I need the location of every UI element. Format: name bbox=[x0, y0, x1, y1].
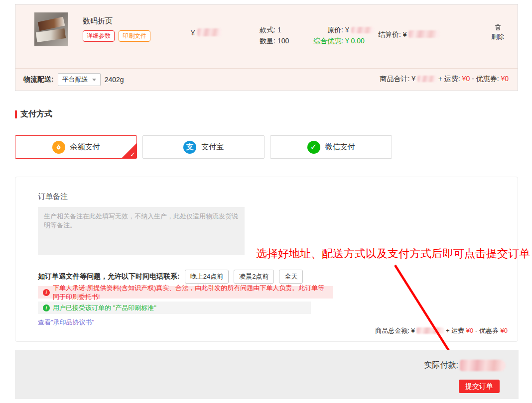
tutorial-annotation: 选择好地址、配送方式以及支付方式后即可点击提交订单 bbox=[256, 246, 530, 261]
order-checkout-page: 数码折页 详细参数 印刷文件 ¥ 款式: 1 数量: 100 原价: ¥ 综合优… bbox=[0, 0, 532, 403]
total-coupon-label: - 优惠券 bbox=[475, 327, 499, 334]
currency-symbol: ¥ bbox=[345, 26, 349, 34]
subtotal-label: 商品合计: bbox=[380, 75, 409, 83]
currency-symbol: ¥ bbox=[411, 75, 415, 83]
checkout-bar: 实际付款: 提交订单 bbox=[15, 350, 519, 399]
redacted-price bbox=[408, 30, 439, 38]
package-weight: 2402g bbox=[105, 76, 124, 84]
settlement-label: 结算价: bbox=[378, 30, 401, 38]
product-title[interactable]: 数码折页 bbox=[83, 16, 113, 26]
payment-option-label: 微信支付 bbox=[325, 142, 355, 152]
delivery-method-value: 平台配送 bbox=[62, 75, 88, 84]
redacted-price bbox=[351, 27, 374, 33]
coupon-label: - 优惠券: bbox=[472, 75, 499, 83]
contact-time-before-24[interactable]: 晚上24点前 bbox=[185, 270, 229, 284]
shipping-value: ¥0 bbox=[462, 75, 470, 83]
accept-notice-text: 用户已接受该订单的 "产品印刷标准" bbox=[53, 303, 156, 312]
delivery-method-select[interactable]: 平台配送 bbox=[58, 73, 101, 86]
section-accent-bar bbox=[15, 110, 17, 118]
payment-option-label: 余额支付 bbox=[70, 142, 100, 152]
info-icon: i bbox=[43, 304, 50, 311]
product-tags: 详细参数 印刷文件 bbox=[83, 30, 150, 42]
settlement-price: 结算价: ¥ bbox=[378, 30, 439, 39]
actual-payment-row: 实际付款: bbox=[424, 360, 506, 371]
payment-section-header: 支付方式 bbox=[15, 109, 52, 119]
style-value: 1 bbox=[277, 26, 281, 34]
total-shipping-value: ¥0 bbox=[466, 327, 473, 334]
logistics-row: 物流配送: 平台配送 2402g 商品合计: ¥ + 运费: ¥0 - 优惠券:… bbox=[15, 68, 518, 91]
total-coupon-value: ¥0 bbox=[501, 327, 508, 334]
trash-icon bbox=[494, 23, 502, 31]
info-icon: i bbox=[43, 289, 50, 296]
contact-time-all-day[interactable]: 全天 bbox=[279, 270, 303, 284]
order-total-row: 商品总金额: ¥ + 运费 ¥0 - 优惠券 ¥0 bbox=[375, 326, 508, 335]
delivery-label: 物流配送: bbox=[23, 75, 54, 84]
discount-label: 综合优惠: bbox=[297, 35, 343, 46]
style-row: 款式: 1 bbox=[241, 24, 289, 35]
qty-label: 数量: bbox=[241, 35, 275, 46]
promise-notice: i 下单人承诺:所提供资料(含知识产权)真实、合法，由此引发的所有问题由下单人负… bbox=[38, 286, 333, 299]
wechat-pay-icon: ✓ bbox=[307, 141, 320, 154]
delivery-group: 物流配送: 平台配送 2402g bbox=[23, 73, 124, 86]
detail-params-button[interactable]: 详细参数 bbox=[83, 30, 115, 42]
product-thumbnail[interactable] bbox=[34, 12, 68, 46]
promise-notice-text: 下单人承诺:所提供资料(含知识产权)真实、合法，由此引发的所有问题由下单人负责。… bbox=[53, 284, 328, 302]
price-column: 原价: ¥ 综合优惠: ¥ 0.00 bbox=[297, 24, 374, 46]
contact-time-row: 如订单遇文件等问题，允许以下时间电话联系: 晚上24点前 凌晨2点前 全天 bbox=[38, 270, 303, 284]
payment-option-balance[interactable]: ¥ 余额支付 ✓ bbox=[15, 135, 137, 159]
original-price-label: 原价: bbox=[297, 24, 343, 35]
contact-time-before-2am[interactable]: 凌晨2点前 bbox=[234, 270, 274, 284]
agreement-link[interactable]: 查看"承印品协议书" bbox=[38, 318, 94, 327]
total-shipping-label: + 运费 bbox=[446, 327, 464, 334]
redacted-price bbox=[197, 28, 221, 36]
currency-symbol: ¥ bbox=[403, 30, 407, 38]
currency-symbol: ¥ bbox=[191, 28, 195, 37]
order-note-input[interactable] bbox=[38, 207, 245, 255]
alipay-glyph: 支 bbox=[186, 142, 194, 152]
check-glyph: ✓ bbox=[310, 142, 317, 152]
discount-value: ¥ 0.00 bbox=[345, 37, 365, 45]
currency-symbol: ¥ bbox=[411, 327, 415, 334]
product-row: 数码折页 详细参数 印刷文件 ¥ 款式: 1 数量: 100 原价: ¥ 综合优… bbox=[15, 4, 518, 69]
subtotal-group: 商品合计: ¥ + 运费: ¥0 - 优惠券: ¥0 bbox=[380, 75, 509, 84]
original-price-row: 原价: ¥ bbox=[297, 24, 374, 35]
qty-row: 数量: 100 bbox=[241, 35, 289, 46]
delete-item-button[interactable]: 删除 bbox=[483, 23, 513, 41]
cart-item-card: 数码折页 详细参数 印刷文件 ¥ 款式: 1 数量: 100 原价: ¥ 综合优… bbox=[15, 4, 518, 91]
svg-text:¥: ¥ bbox=[58, 146, 59, 149]
unit-price: ¥ bbox=[191, 28, 221, 37]
style-label: 款式: bbox=[241, 24, 275, 35]
actual-payment-label: 实际付款: bbox=[424, 360, 458, 371]
delete-label: 删除 bbox=[491, 33, 504, 40]
money-bag-icon: ¥ bbox=[52, 141, 65, 154]
redacted-price bbox=[417, 76, 436, 82]
payment-option-wechat[interactable]: ✓ 微信支付 bbox=[270, 135, 392, 159]
qty-value: 100 bbox=[277, 37, 289, 45]
check-icon: ✓ bbox=[130, 151, 135, 158]
payment-section-title: 支付方式 bbox=[20, 109, 52, 119]
spec-column: 款式: 1 数量: 100 bbox=[241, 24, 289, 46]
shipping-label: + 运费: bbox=[438, 75, 460, 83]
contact-time-label: 如订单遇文件等问题，允许以下时间电话联系: bbox=[38, 272, 180, 281]
payment-option-label: 支付宝 bbox=[201, 142, 224, 152]
order-note-label: 订单备注 bbox=[38, 192, 68, 202]
redacted-price bbox=[416, 327, 444, 334]
accept-notice: i 用户已接受该订单的 "产品印刷标准" bbox=[38, 302, 311, 314]
alipay-icon: 支 bbox=[183, 141, 196, 154]
payment-option-alipay[interactable]: 支 支付宝 bbox=[142, 135, 265, 159]
coupon-value: ¥0 bbox=[501, 75, 509, 83]
submit-order-button[interactable]: 提交订单 bbox=[459, 380, 500, 393]
chevron-down-icon bbox=[92, 79, 96, 81]
redacted-payment-amount bbox=[460, 360, 506, 371]
print-file-button[interactable]: 印刷文件 bbox=[119, 30, 150, 42]
discount-row: 综合优惠: ¥ 0.00 bbox=[297, 35, 374, 46]
order-total-label: 商品总金额: bbox=[375, 327, 409, 334]
